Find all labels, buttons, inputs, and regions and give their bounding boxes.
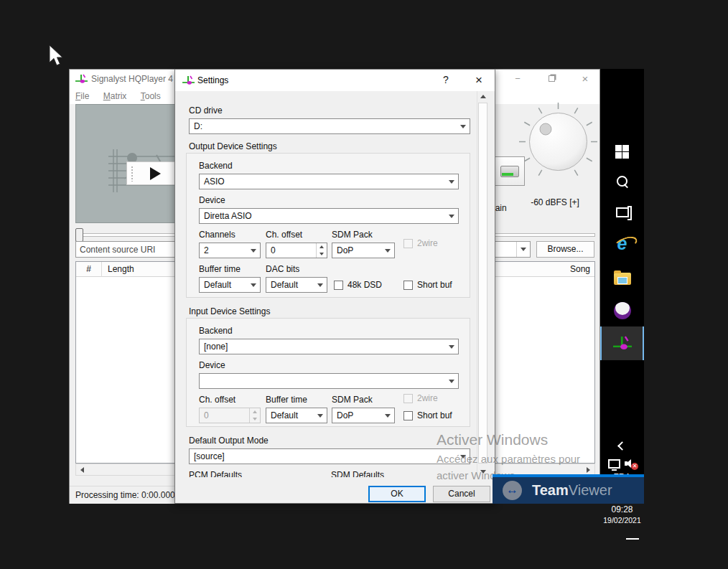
48k-dsd-checkbox[interactable]: 48k DSD (334, 280, 382, 290)
cd-drive-select[interactable]: D: (189, 118, 470, 134)
dialog-close-button[interactable]: × (467, 70, 491, 90)
windows-logo-icon (615, 145, 629, 159)
chevron-down-icon (449, 180, 454, 184)
spin-up-button[interactable] (317, 243, 327, 250)
hqplayer-app-icon (75, 73, 88, 85)
chevron-down-icon (385, 249, 391, 253)
dac-device-icon (500, 166, 519, 177)
internet-explorer-icon: e (617, 235, 627, 253)
output-buffer-time-label: Buffer time (199, 264, 241, 274)
input-buffer-time-label: Buffer time (266, 395, 307, 405)
menu-file[interactable]: File (70, 89, 95, 104)
input-ch-offset-label: Ch. offset (199, 395, 235, 405)
input-buffer-time-select[interactable]: Default (266, 408, 327, 423)
purple-app-icon (614, 302, 631, 319)
knob-indicator (540, 123, 551, 135)
chevron-down-icon (317, 283, 323, 287)
scroll-right-button[interactable] (582, 464, 594, 475)
settings-dialog-icon (182, 75, 195, 87)
muted-speaker-icon[interactable]: ✕ (625, 459, 636, 469)
settings-vertical-scrollbar[interactable] (477, 91, 488, 477)
content-source-dropdown-button[interactable] (516, 242, 530, 257)
output-ch-offset-spinner[interactable]: 0 (266, 243, 327, 258)
input-section-label: Input Device Settings (189, 306, 270, 316)
input-device-select[interactable] (199, 373, 459, 389)
spin-down-button[interactable] (317, 250, 327, 258)
scroll-up-button[interactable] (477, 91, 489, 102)
chevron-down-icon (460, 125, 466, 128)
folder-icon (614, 273, 631, 285)
chevron-down-icon (385, 414, 391, 418)
chevron-right-icon (587, 467, 590, 473)
scrollbar-thumb[interactable] (478, 103, 487, 464)
notification-center-icon[interactable] (626, 538, 639, 540)
gain-label: gain (490, 203, 533, 213)
output-buffer-time-select[interactable]: Default (199, 277, 261, 293)
internet-explorer-button[interactable]: e (600, 232, 644, 254)
column-length[interactable]: Length (102, 262, 179, 277)
start-button[interactable] (600, 143, 644, 160)
minimize-button[interactable]: − (506, 70, 529, 88)
channels-label: Channels (199, 230, 235, 240)
task-view-button[interactable] (600, 204, 644, 221)
output-sdm-pack-select[interactable]: DoP (332, 243, 395, 258)
menu-matrix[interactable]: Matrix (98, 89, 133, 104)
network-icon[interactable] (608, 459, 620, 469)
scroll-down-button[interactable] (477, 466, 489, 477)
input-sdm-pack-select[interactable]: DoP (332, 408, 395, 423)
toolbar-drag-handle[interactable] (131, 166, 134, 182)
task-view-icon (616, 207, 629, 217)
close-button[interactable]: × (574, 70, 597, 88)
taskbar: e ✕ FRA DE 09:28 19/02/2021 (600, 69, 644, 504)
output-device-select[interactable]: Diretta ASIO (199, 208, 459, 224)
hqplayer-app-icon (613, 334, 632, 353)
show-hidden-icons-button[interactable] (600, 438, 644, 453)
purple-app-button[interactable] (600, 300, 644, 321)
play-icon[interactable] (150, 167, 161, 180)
cd-drive-label: CD drive (189, 105, 223, 116)
seek-handle[interactable] (75, 228, 83, 242)
input-short-buf-checkbox[interactable]: Short buf (403, 410, 452, 420)
restore-button[interactable] (540, 70, 563, 88)
hqplayer-taskbar-button[interactable] (600, 326, 644, 360)
menu-tools[interactable]: Tools (135, 89, 167, 104)
help-button[interactable]: ? (434, 70, 458, 90)
clock-time[interactable]: 09:28 (600, 504, 644, 514)
scroll-left-button[interactable] (76, 464, 88, 475)
teamviewer-brand: TeamViewer (532, 482, 612, 499)
chevron-down-icon (317, 414, 323, 418)
ok-button[interactable]: OK (368, 486, 426, 502)
output-backend-label: Backend (199, 161, 233, 171)
output-device-button[interactable] (495, 156, 525, 186)
channels-select[interactable]: 2 (199, 243, 261, 258)
volume-knob[interactable] (517, 100, 599, 183)
settings-dialog: Settings ? × CD drive D: Output Device S… (174, 69, 495, 504)
file-explorer-button[interactable] (600, 268, 644, 288)
settings-titlebar[interactable]: Settings ? × (175, 70, 495, 91)
output-short-buf-checkbox[interactable]: Short buf (403, 280, 452, 290)
output-2wire-checkbox: 2wire (403, 238, 438, 248)
settings-scroll-area: CD drive D: Output Device Settings Backe… (175, 91, 475, 477)
sdm-defaults-label: SDM Defaults (331, 470, 384, 477)
input-backend-label: Backend (199, 326, 233, 336)
chevron-left-icon (80, 467, 84, 473)
cancel-button[interactable]: Cancel (433, 486, 490, 502)
pcm-defaults-label: PCM Defaults (189, 470, 242, 477)
teamviewer-logo-icon: ↔ (503, 481, 522, 500)
chevron-down-icon (521, 248, 526, 251)
output-device-label: Device (199, 195, 225, 205)
column-number[interactable]: # (76, 262, 102, 277)
search-button[interactable] (600, 173, 644, 190)
chevron-down-icon (251, 283, 256, 287)
search-icon (616, 175, 629, 188)
clock-date[interactable]: 19/02/2021 (600, 516, 644, 525)
default-output-mode-select[interactable]: [source] (189, 448, 470, 464)
dac-bits-select[interactable]: Default (266, 277, 327, 293)
teamviewer-panel[interactable]: ↔ TeamViewer (493, 474, 644, 504)
chevron-down-icon (449, 345, 454, 349)
browse-button[interactable]: Browse... (536, 241, 594, 258)
output-backend-select[interactable]: ASIO (199, 174, 459, 189)
input-backend-select[interactable]: [none] (199, 339, 459, 354)
chevron-down-icon (460, 455, 466, 459)
column-song[interactable]: Song (508, 262, 594, 277)
